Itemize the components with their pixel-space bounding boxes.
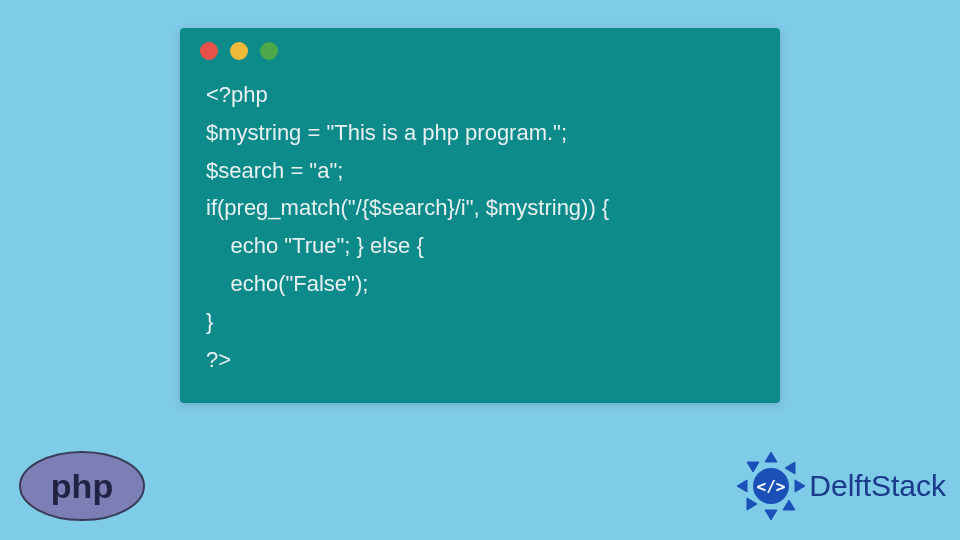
code-line: if(preg_match("/{$search}/i", $mystring)…: [206, 195, 609, 220]
code-line: $search = "a";: [206, 158, 343, 183]
php-logo: php: [18, 450, 146, 522]
svg-marker-4: [783, 500, 795, 510]
maximize-icon: [260, 42, 278, 60]
svg-marker-5: [765, 510, 777, 520]
code-line: $mystring = "This is a php program.";: [206, 120, 567, 145]
svg-marker-3: [795, 480, 805, 492]
code-line: <?php: [206, 82, 268, 107]
code-line: ?>: [206, 347, 231, 372]
code-line: echo "True"; } else {: [206, 233, 424, 258]
minimize-icon: [230, 42, 248, 60]
close-icon: [200, 42, 218, 60]
svg-text:</>: </>: [757, 477, 786, 496]
svg-marker-2: [785, 462, 795, 474]
svg-marker-8: [747, 462, 759, 472]
svg-marker-6: [747, 498, 757, 510]
code-content: <?php $mystring = "This is a php program…: [180, 68, 780, 379]
window-controls: [180, 28, 780, 68]
delftstack-brand-text: DelftStack: [809, 469, 946, 503]
code-line: echo("False");: [206, 271, 368, 296]
delftstack-logo: </> DelftStack: [735, 450, 946, 522]
svg-marker-7: [737, 480, 747, 492]
php-logo-text: php: [51, 467, 113, 505]
svg-marker-1: [765, 452, 777, 462]
code-line: }: [206, 309, 213, 334]
code-window: <?php $mystring = "This is a php program…: [180, 28, 780, 403]
delftstack-icon: </>: [735, 450, 807, 522]
